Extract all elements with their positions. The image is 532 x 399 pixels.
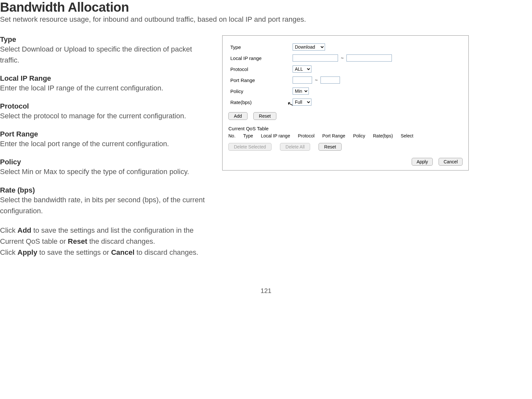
policy-select[interactable]: Min bbox=[293, 88, 309, 95]
panel-label-policy: Policy bbox=[228, 86, 291, 97]
panel-label-rate: Rate(bps) bbox=[228, 97, 291, 108]
desc-policy: Policy Select Min or Max to specify the … bbox=[0, 158, 209, 177]
footer-cancel-bold: Cancel bbox=[111, 248, 134, 256]
desc-local-ip: Local IP Range Enter the local IP range … bbox=[0, 74, 209, 94]
protocol-select[interactable]: ALL bbox=[293, 65, 311, 73]
footer-click1: Click bbox=[0, 226, 18, 234]
qos-table-buttons: Delete Selected Delete All Reset bbox=[228, 143, 463, 151]
qos-col-policy: Policy bbox=[353, 133, 365, 138]
footer-paragraph: Click Add to save the settings and list … bbox=[0, 225, 209, 258]
page-number: 121 bbox=[0, 287, 532, 295]
qos-table-title: Current QoS Table bbox=[228, 126, 463, 131]
panel-label-local-ip: Local IP range bbox=[228, 53, 291, 64]
desc-rate-text: Select the bandwidth rate, in bits per s… bbox=[0, 194, 209, 217]
desc-policy-text: Select Min or Max to specify the type of… bbox=[0, 166, 209, 177]
footer-line2-before: Current QoS table or bbox=[0, 237, 68, 245]
tilde-separator-2: ~ bbox=[313, 77, 319, 83]
page-title: Bandwidth Allocation bbox=[0, 0, 532, 15]
qos-col-type: Type bbox=[243, 133, 253, 138]
footer-line3-after: to discard changes. bbox=[135, 248, 199, 256]
apply-button[interactable]: Apply bbox=[412, 158, 433, 166]
ip-to-input[interactable] bbox=[346, 54, 392, 62]
qos-col-portrange: Port Range bbox=[322, 133, 345, 138]
desc-protocol-text: Select the protocol to manage for the cu… bbox=[0, 111, 209, 122]
page-subtitle: Set network resource usage, for inbound … bbox=[0, 15, 532, 24]
panel-label-type: Type bbox=[228, 41, 291, 53]
desc-port-range-label: Port Range bbox=[0, 130, 209, 138]
footer-apply-bold: Apply bbox=[18, 248, 37, 256]
desc-local-ip-label: Local IP Range bbox=[0, 74, 209, 83]
footer-line1-after: to save the settings and list the config… bbox=[31, 226, 194, 234]
desc-policy-label: Policy bbox=[0, 158, 209, 166]
footer-line3-before: Click bbox=[0, 248, 18, 256]
qos-col-protocol: Protocol bbox=[298, 133, 314, 138]
footer-line2-after: the discard changes. bbox=[87, 237, 155, 245]
reset-button[interactable]: Reset bbox=[253, 112, 276, 120]
desc-type: Type Select Download or Upload to specif… bbox=[0, 35, 209, 66]
tilde-separator: ~ bbox=[339, 55, 345, 61]
type-select[interactable]: Download bbox=[293, 43, 325, 51]
add-button[interactable]: Add bbox=[228, 112, 248, 120]
ip-from-input[interactable] bbox=[293, 54, 338, 62]
desc-port-range: Port Range Enter the local port range of… bbox=[0, 130, 209, 149]
rate-select[interactable]: Full bbox=[293, 99, 311, 106]
panel-label-protocol: Protocol bbox=[228, 64, 291, 75]
desc-type-label: Type bbox=[0, 35, 209, 44]
delete-all-button[interactable]: Delete All bbox=[280, 143, 310, 151]
config-form-table: Type Download Local IP range ~ bbox=[228, 41, 394, 108]
desc-protocol-label: Protocol bbox=[0, 102, 209, 111]
qos-col-localip: Local IP range bbox=[261, 133, 290, 138]
port-to-input[interactable] bbox=[320, 76, 340, 84]
desc-type-text: Select Download or Upload to specific th… bbox=[0, 44, 209, 66]
qos-col-select: Select bbox=[401, 133, 413, 138]
cancel-button[interactable]: Cancel bbox=[439, 158, 463, 166]
footer-reset-bold: Reset bbox=[68, 237, 87, 245]
qos-col-rate: Rate(bps) bbox=[373, 133, 393, 138]
desc-local-ip-text: Enter the local IP range of the current … bbox=[0, 83, 209, 94]
config-panel: Type Download Local IP range ~ bbox=[222, 35, 469, 170]
table-reset-button[interactable]: Reset bbox=[319, 143, 342, 151]
panel-bottom-actions: Apply Cancel bbox=[228, 158, 463, 166]
footer-line3-mid: to save the settings or bbox=[37, 248, 111, 256]
panel-label-port-range: Port Range bbox=[228, 75, 291, 86]
field-descriptions: Type Select Download or Upload to specif… bbox=[0, 35, 209, 265]
desc-rate: Rate (bps) Select the bandwidth rate, in… bbox=[0, 186, 209, 217]
panel-top-buttons: Add Reset bbox=[228, 112, 463, 120]
qos-col-no: No. bbox=[228, 133, 236, 138]
desc-rate-label: Rate (bps) bbox=[0, 186, 209, 194]
qos-table-header: No. Type Local IP range Protocol Port Ra… bbox=[228, 133, 463, 138]
desc-port-range-text: Enter the local port range of the curren… bbox=[0, 138, 209, 149]
desc-protocol: Protocol Select the protocol to manage f… bbox=[0, 102, 209, 122]
delete-selected-button[interactable]: Delete Selected bbox=[228, 143, 272, 151]
footer-add-bold: Add bbox=[18, 226, 31, 234]
port-from-input[interactable] bbox=[293, 76, 312, 84]
